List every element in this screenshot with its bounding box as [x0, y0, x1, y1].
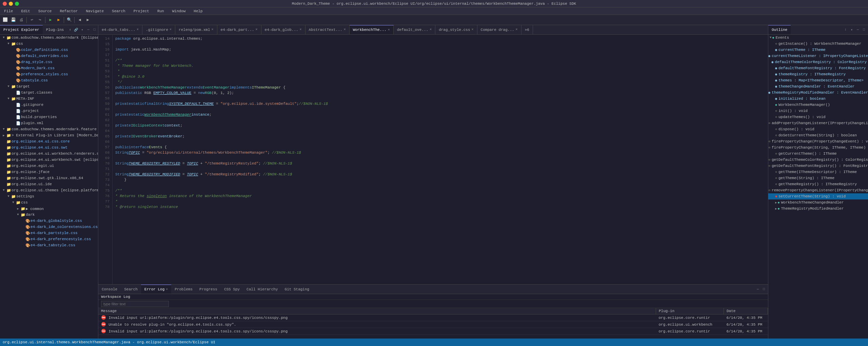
editor-tab-9[interactable]: Compare drag...× — [477, 25, 521, 34]
outline-item[interactable]: ◉themeRegistryModifiedHandler : EventHan… — [768, 90, 868, 96]
outline-item[interactable]: ○getThemeRegistry() : IThemeRegistry — [768, 181, 868, 187]
tab-close-btn[interactable]: × — [170, 28, 172, 32]
log-row[interactable]: ⛔ Invalid input url:platform:/plugin/org… — [98, 328, 768, 335]
outline-item[interactable]: ▶◆ThemeRegistryModifiedHandler — [768, 206, 868, 212]
tree-item[interactable]: 📁org.eclipse.e4.ui.workbench.renderers.s… — [0, 151, 98, 157]
outline-minimize-btn[interactable]: — — [855, 27, 861, 33]
tree-item[interactable]: ▼📁dark — [0, 212, 98, 218]
outline-item[interactable]: ◉currentThemeListener : IPropertyChangeL… — [768, 53, 868, 59]
menu-source[interactable]: Source — [37, 8, 53, 14]
menu-run[interactable]: Run — [156, 8, 165, 14]
tree-item[interactable]: 🎨tabstyle.css — [0, 77, 98, 83]
tab-close-btn[interactable]: × — [430, 28, 432, 32]
outline-item[interactable]: ○updateThemes() : void — [768, 114, 868, 120]
tab-close-btn[interactable]: × — [256, 28, 258, 32]
tree-item[interactable]: 📁org.eclipse.ui.ide — [0, 181, 98, 187]
tree-item[interactable]: 🎨default_overrides.css — [0, 53, 98, 59]
tab-close-btn[interactable]: × — [516, 28, 518, 32]
menu-edit[interactable]: Edit — [20, 8, 31, 14]
tab-close-btn[interactable]: × — [388, 28, 390, 32]
outline-item[interactable]: ○getDefaultThemeFontRegistry() : FontReg… — [768, 163, 868, 169]
outline-menu-btn[interactable]: ▾ — [849, 27, 854, 33]
outline-item[interactable]: ◉currentTheme : ITheme — [768, 47, 868, 53]
editor-tab-2[interactable]: releng/pom.xml× — [175, 25, 217, 34]
tb-debug-btn[interactable]: ▶ — [55, 16, 62, 24]
tab-close-btn[interactable]: × — [344, 28, 346, 32]
code-editor[interactable]: package org.eclipse.ui.internal.themes;i… — [113, 35, 768, 284]
menu-project[interactable]: Project — [132, 8, 151, 14]
tree-item[interactable]: ▼📁css — [0, 41, 98, 47]
bottom-tab-css-spy[interactable]: CSS Spy — [221, 285, 243, 294]
tree-item[interactable]: ▼📁settings — [0, 193, 98, 199]
minimize-left-btn[interactable]: — — [85, 27, 91, 33]
editor-tab-8[interactable]: drag_style.css× — [435, 25, 477, 34]
tree-item[interactable]: 🎨color_definitions.css — [0, 47, 98, 53]
tree-item[interactable]: ▶📁> External Plug-in Libraries [Modern_D… — [0, 132, 98, 138]
tree-item[interactable]: ▼📁com.aobuchow.themes.moderndark.feature… — [0, 126, 98, 132]
tree-item[interactable]: ▼📁org.eclipse.ui.themes [eclipse.platfor… — [0, 187, 98, 193]
bottom-tab-problems[interactable]: Problems — [171, 285, 196, 294]
close-button[interactable] — [3, 2, 7, 6]
tree-item[interactable]: 🎨preference_styles.css — [0, 71, 98, 77]
outline-maximize-btn[interactable]: □ — [861, 27, 867, 33]
tree-item[interactable]: ▼📁com.aobuchow.themes.moderndark [Eclips… — [0, 35, 98, 41]
editor-tab-3[interactable]: e4-dark_part...× — [217, 25, 261, 34]
outline-item[interactable]: ○getInstance() : WorkbenchThemeManager — [768, 41, 868, 47]
tree-item[interactable]: 📁org.eclipse.e4.ui.css.core — [0, 138, 98, 145]
tb-run-btn[interactable]: ▶ — [47, 16, 54, 24]
tab-close-btn[interactable]: × — [137, 28, 139, 32]
tree-item[interactable]: 📁org.eclipse.swt.gtk.linux.x86_64 — [0, 175, 98, 181]
tb-search-btn[interactable]: 🔍 — [65, 16, 73, 24]
tab-project-explorer[interactable]: Project Explorer — [0, 25, 43, 34]
outline-item[interactable]: ◉initialized : boolean — [768, 96, 868, 102]
outline-item[interactable]: ○addPropertyChangeListener(IPropertyChan… — [768, 120, 868, 126]
editor-tab-7[interactable]: default_ove...× — [394, 25, 435, 34]
outline-item[interactable]: ○getDefaultThemeColorRegistry() : ColorR… — [768, 157, 868, 163]
tree-item[interactable]: 📁org.eclipse.jface — [0, 169, 98, 175]
menu-help[interactable]: Help — [192, 8, 204, 14]
log-row[interactable]: ⛔ Unable to resolve plug-in "org.eclipse… — [98, 321, 768, 328]
tree-item[interactable]: 📄plugin.xml — [0, 120, 98, 126]
tb-print-btn[interactable]: 🖨 — [18, 16, 25, 24]
bottom-tab-search[interactable]: Search — [121, 285, 141, 294]
outline-item[interactable]: ○firePropertyChange(PropertyChangeEvent)… — [768, 138, 868, 145]
tree-item[interactable]: ▼📁target — [0, 83, 98, 90]
filter-input[interactable] — [101, 301, 169, 307]
bottom-tab-call-hierarchy[interactable]: Call Hierarchy — [243, 285, 281, 294]
tb-redo-btn[interactable]: ↪ — [36, 16, 44, 24]
outline-item[interactable]: ◆WorkbenchThemeManager() — [768, 102, 868, 108]
tb-next-btn[interactable]: ▶ — [84, 16, 92, 24]
outline-item[interactable]: ○firePropertyChange(String, ITheme, IThe… — [768, 145, 868, 151]
tree-item[interactable]: 📄build.properties — [0, 114, 98, 120]
editor-tab-1[interactable]: .gitignore× — [142, 25, 175, 34]
tree-item[interactable]: 🎨e4-dark_preferencestyle.css — [0, 236, 98, 242]
tree-item[interactable]: 🎨drag_style.css — [0, 59, 98, 65]
menu-window[interactable]: Window — [171, 8, 187, 14]
menu-navigate[interactable]: Navigate — [84, 8, 105, 14]
menu-file[interactable]: File — [3, 8, 14, 14]
outline-item[interactable]: ○dispose() : void — [768, 126, 868, 132]
outline-item[interactable]: ○removePropertyChangeListener(IPropertyC… — [768, 187, 868, 193]
editor-tab-4[interactable]: e4-dark_glob...× — [261, 25, 305, 34]
maximize-button[interactable] — [15, 2, 19, 6]
bottom-tab-console[interactable]: Console — [98, 285, 121, 294]
editor-tab-5[interactable]: AbstractText...× — [305, 25, 350, 34]
tree-item[interactable]: ▼📁css — [0, 199, 98, 206]
outline-item[interactable]: ▼◆Events — [768, 35, 868, 41]
menu-refactor[interactable]: Refactor — [58, 8, 79, 14]
bottom-minimize-btn[interactable]: — — [755, 287, 761, 292]
view-menu-btn[interactable]: ▾ — [79, 27, 85, 33]
menu-search[interactable]: Search — [111, 8, 127, 14]
outline-item[interactable]: ■setCurrentTheme(String) : void — [768, 193, 868, 199]
tab-close-btn[interactable]: × — [212, 28, 214, 32]
tree-item[interactable]: 🎨e4-dark_globalstyle.css — [0, 218, 98, 224]
tb-save-btn[interactable]: 💾 — [9, 16, 17, 24]
editor-area[interactable]: 1415161751525354555657585960616263646566… — [98, 35, 768, 284]
outline-item[interactable]: ○init() : void — [768, 108, 868, 114]
tree-item[interactable]: 🎨Modern_Dark.css — [0, 65, 98, 71]
tab-plugins[interactable]: Plug-ins — [43, 25, 67, 34]
tree-item[interactable]: 📄.gitignore — [0, 102, 98, 108]
minimize-button[interactable] — [9, 2, 13, 6]
editor-tab-0[interactable]: e4-dark_tabs...× — [98, 25, 142, 34]
outline-item[interactable]: ◉themes : Map<IThemeDescriptor, ITheme> — [768, 77, 868, 83]
